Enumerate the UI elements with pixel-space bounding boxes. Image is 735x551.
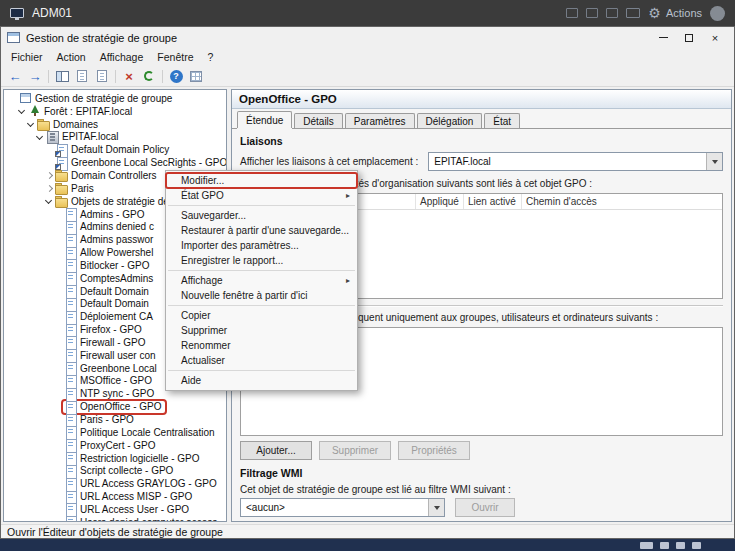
tray-icon[interactable] [640,542,653,549]
context-menu-item[interactable]: Modifier... [166,173,357,188]
tray-icon[interactable] [660,542,669,549]
column-header[interactable]: Chemin d'accès [522,194,722,209]
properties-button[interactable]: Propriétés [398,441,470,460]
context-menu-item[interactable]: Affichage▸ [166,273,357,288]
session-status-icon[interactable] [710,6,725,21]
tree-item-core: MSOffice - GPO [63,375,155,387]
tree-item[interactable]: OpenOffice - GPO [4,400,226,413]
host-title-bar: ADM01 ⚙ Actions [0,0,735,26]
tree-item-core: EPITAF.local [45,131,122,143]
menubar-item[interactable]: Action [50,51,93,63]
context-menu-item[interactable]: Aide [166,373,357,388]
context-menu-item[interactable]: Renommer [166,338,357,353]
chevron-spacer [53,415,63,425]
tray-icon[interactable] [692,542,701,549]
tab[interactable]: Délégation [417,113,483,128]
tree-item-core: Default Domain [63,298,152,310]
chevron-spacer [53,466,63,476]
show-console-tree-button[interactable] [52,67,72,85]
tree-item-label: Users denied computer access ... [80,517,227,522]
host-window-icon[interactable] [606,8,618,18]
refresh-icon [144,71,154,81]
tree-item[interactable]: Politique Locale Centralisation [4,426,226,439]
console-icon [19,92,32,104]
host-window-icon[interactable] [566,8,578,18]
tray-icon[interactable] [676,542,685,549]
tree-item[interactable]: Restriction logicielle - GPO [4,452,226,465]
copy-button[interactable] [72,67,92,85]
close-button[interactable]: × [702,30,728,46]
host-window-icon[interactable] [586,8,598,18]
context-menu-item[interactable]: État GPO▸ [166,188,357,203]
maximize-button[interactable] [676,30,702,46]
menubar-item[interactable]: ? [200,51,220,63]
tree-item[interactable]: Gestion de stratégie de groupe [4,92,226,105]
add-button[interactable]: Ajouter... [240,441,312,460]
menu-separator [168,370,355,371]
column-header[interactable]: Appliqué [416,194,464,209]
tree-item[interactable]: URL Access User - GPO [4,503,226,516]
tab[interactable]: Détails [294,113,343,128]
context-menu-item-label: Actualiser [181,355,225,366]
tree-item[interactable]: URL Access GRAYLOG - GPO [4,477,226,490]
paste-button[interactable] [92,67,112,85]
display-icon[interactable] [626,8,640,18]
chevron-spacer [53,235,63,245]
context-menu-item[interactable]: Supprimer [166,323,357,338]
tree-item[interactable]: Paris - GPO [4,413,226,426]
export-list-button[interactable] [186,67,206,85]
tree-item-core: Admins - GPO [63,208,147,220]
chevron-expanded-icon[interactable] [26,119,36,129]
gpo-icon [64,336,77,348]
chevron-down-icon[interactable] [706,153,722,170]
forward-button[interactable]: → [25,67,45,85]
context-menu-item[interactable]: Importer des paramètres... [166,238,357,253]
chevron-expanded-icon[interactable] [17,106,27,116]
tree-item[interactable]: URL Access MISP - GPO [4,490,226,503]
help-button[interactable]: ? [166,67,186,85]
tab[interactable]: Paramètres [345,113,415,128]
menubar-item[interactable]: Fichier [4,51,50,63]
tree-item[interactable]: Users denied computer access ... [4,516,226,522]
chevron-expanded-icon[interactable] [44,196,54,206]
tree-item-label: Default Domain [80,298,149,309]
chevron-collapsed-icon[interactable] [44,170,54,180]
minimize-button[interactable] [650,30,676,46]
context-menu-item[interactable]: Sauvegarder... [166,208,357,223]
tree-item-core: Default Domain Policy [54,144,172,156]
context-menu-item[interactable]: Copier [166,308,357,323]
work-area: Gestion de stratégie de groupeForêt : EP… [1,87,734,524]
chevron-collapsed-icon[interactable] [44,183,54,193]
context-menu-item[interactable]: Actualiser [166,353,357,368]
tree-item[interactable]: Forêt : EPITAF.local [4,105,226,118]
links-location-combobox[interactable]: EPITAF.local [428,152,723,171]
tree-item[interactable]: Greenbone Local SecRights - GPO [4,156,226,169]
back-button[interactable]: ← [5,67,25,85]
actions-label[interactable]: Actions [666,7,702,19]
column-header[interactable]: Lien activé [464,194,522,209]
context-menu-item[interactable]: Nouvelle fenêtre à partir d'ici [166,288,357,303]
tree-item[interactable]: Script collecte - GPO [4,464,226,477]
tab[interactable]: Étendue [237,111,292,128]
tree-item[interactable]: EPITAF.local [4,131,226,144]
wmi-filter-combobox[interactable]: <aucun> [240,498,445,517]
menubar-item[interactable]: Affichage [93,51,151,63]
context-menu-item[interactable]: Enregistrer le rapport... [166,253,357,268]
remove-button[interactable]: Supprimer [319,441,391,460]
chevron-expanded-icon[interactable] [35,132,45,142]
refresh-button[interactable] [139,67,159,85]
context-menu-item[interactable]: Restaurer à partir d'une sauvegarde... [166,223,357,238]
tree-item[interactable]: Default Domain Policy [4,143,226,156]
chevron-spacer [53,389,63,399]
tree-item-core: Bitlocker - GPO [63,259,152,271]
tree-item[interactable]: ProxyCert - GPO [4,439,226,452]
delete-button[interactable]: × [119,67,139,85]
gear-icon[interactable]: ⚙ [648,6,661,20]
tree-item[interactable]: Domaines [4,118,226,131]
tree-item-core: Paris - GPO [63,414,137,426]
tab[interactable]: État [484,113,520,128]
menu-separator [168,205,355,206]
wmi-open-button[interactable]: Ouvrir [455,498,515,517]
chevron-down-icon[interactable] [428,499,444,516]
menubar-item[interactable]: Fenêtre [150,51,200,63]
